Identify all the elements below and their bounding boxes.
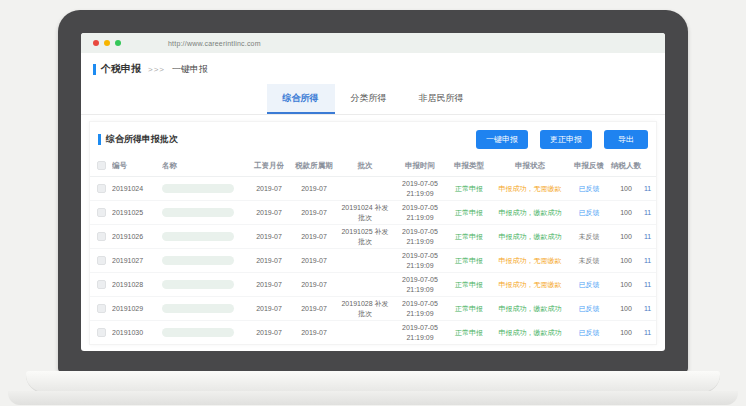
cell-feedback-link[interactable]: 已反馈 <box>570 328 608 337</box>
cell-declare-type: 正常申报 <box>448 208 490 217</box>
maximize-traffic-light-icon[interactable] <box>115 40 121 46</box>
browser-bar: http://www.careerintlinc.com <box>81 33 665 53</box>
row-checkbox[interactable] <box>97 328 106 337</box>
breadcrumb-current: 一键申报 <box>172 63 208 76</box>
row-checkbox[interactable] <box>97 280 106 289</box>
table-row: 20191030 2019-07 2019-07 2019-07-05 21:1… <box>90 321 656 345</box>
cell-clipped-value: 11 <box>644 280 656 289</box>
name-placeholder <box>162 328 234 337</box>
tab-comprehensive-income[interactable]: 综合所得 <box>267 84 335 114</box>
declaration-batch-panel: 综合所得申报批次 一键申报 更正申报 导出 编号 名称 工资月份 <box>89 121 657 345</box>
col-header-status: 申报状态 <box>490 161 570 171</box>
cell-taxpayer-count: 100 <box>608 328 644 337</box>
col-header-tax-period: 税款所属期 <box>290 161 338 171</box>
laptop-base <box>26 371 720 393</box>
row-checkbox[interactable] <box>97 304 106 313</box>
export-button[interactable]: 导出 <box>604 130 648 149</box>
breadcrumb-separator: >>> <box>148 65 165 74</box>
close-traffic-light-icon[interactable] <box>93 40 99 46</box>
cell-taxpayer-count: 100 <box>608 208 644 217</box>
row-checkbox[interactable] <box>97 208 106 217</box>
address-bar[interactable]: http://www.careerintlinc.com <box>168 40 261 47</box>
cell-salary-month: 2019-07 <box>248 208 290 217</box>
tab-classified-income[interactable]: 分类所得 <box>335 84 403 114</box>
cell-batch-id: 20191027 <box>112 256 162 265</box>
cell-feedback-link[interactable]: 已反馈 <box>570 280 608 289</box>
name-placeholder <box>162 256 234 265</box>
cell-status: 申报成功，缴款成功 <box>490 328 570 337</box>
cell-feedback-link: 未反馈 <box>570 256 608 265</box>
declaration-batch-table: 编号 名称 工资月份 税款所属期 批次 申报时间 申报类型 申报状态 申报反馈 … <box>90 155 656 345</box>
cell-tax-period: 2019-07 <box>290 184 338 193</box>
cell-batch-id: 20191026 <box>112 232 162 241</box>
breadcrumb: 个税申报 >>> 一键申报 <box>81 53 665 82</box>
cell-batch: 20191025 补发批次 <box>338 227 392 245</box>
cell-batch-id: 20191025 <box>112 208 162 217</box>
cell-feedback-link[interactable]: 已反馈 <box>570 184 608 193</box>
col-header-id: 编号 <box>112 161 162 171</box>
cell-tax-period: 2019-07 <box>290 304 338 313</box>
cell-salary-month: 2019-07 <box>248 232 290 241</box>
correction-declare-button[interactable]: 更正申报 <box>540 130 592 149</box>
cell-batch: 20191024 补发批次 <box>338 203 392 221</box>
cell-feedback-link[interactable]: 已反馈 <box>570 304 608 313</box>
cell-status: 申报成功，缴款成功 <box>490 232 570 241</box>
table-row: 20191028 2019-07 2019-07 2019-07-05 21:1… <box>90 273 656 297</box>
tab-nonresident-income[interactable]: 非居民所得 <box>403 84 480 114</box>
cell-declare-time: 2019-07-05 21:19:09 <box>392 227 448 245</box>
minimize-traffic-light-icon[interactable] <box>104 40 110 46</box>
select-all-checkbox[interactable] <box>97 161 106 170</box>
cell-declare-time: 2019-07-05 21:19:09 <box>392 251 448 269</box>
cell-clipped-value: 11 <box>644 184 656 193</box>
cell-declare-type: 正常申报 <box>448 184 490 193</box>
cell-tax-period: 2019-07 <box>290 208 338 217</box>
cell-declare-type: 正常申报 <box>448 256 490 265</box>
table-row: 20191024 2019-07 2019-07 2019-07-05 21:1… <box>90 177 656 201</box>
col-header-salary-month: 工资月份 <box>248 161 290 171</box>
cell-salary-month: 2019-07 <box>248 280 290 289</box>
cell-clipped-value: 11 <box>644 328 656 337</box>
laptop-base-edge <box>8 391 738 405</box>
cell-declare-type: 正常申报 <box>448 304 490 313</box>
cell-batch: 20191028 补发批次 <box>338 299 392 317</box>
cell-declare-time: 2019-07-05 21:19:09 <box>392 179 448 197</box>
one-click-declare-button[interactable]: 一键申报 <box>476 130 528 149</box>
panel-actions: 一键申报 更正申报 导出 <box>476 130 648 149</box>
laptop-mockup-scene: http://www.careerintlinc.com 个税申报 >>> 一键… <box>0 0 746 406</box>
cell-taxpayer-count: 100 <box>608 232 644 241</box>
cell-tax-period: 2019-07 <box>290 232 338 241</box>
row-checkbox[interactable] <box>97 184 106 193</box>
row-checkbox[interactable] <box>97 232 106 241</box>
cell-salary-month: 2019-07 <box>248 328 290 337</box>
cell-status: 申报成功，缴款成功 <box>490 208 570 217</box>
cell-status: 申报成功，无需缴款 <box>490 256 570 265</box>
cell-declare-time: 2019-07-05 21:19:09 <box>392 299 448 317</box>
cell-status: 申报成功，无需缴款 <box>490 184 570 193</box>
cell-taxpayer-count: 100 <box>608 304 644 313</box>
section-accent-bar <box>93 64 96 75</box>
col-header-batch: 批次 <box>338 161 392 171</box>
col-header-declare-type: 申报类型 <box>448 161 490 171</box>
name-placeholder <box>162 208 234 217</box>
cell-tax-period: 2019-07 <box>290 328 338 337</box>
cell-batch-id: 20191029 <box>112 304 162 313</box>
table-row: 20191025 2019-07 2019-07 20191024 补发批次 2… <box>90 201 656 225</box>
cell-feedback-link[interactable]: 已反馈 <box>570 208 608 217</box>
panel-accent-bar <box>98 134 101 145</box>
row-checkbox[interactable] <box>97 256 106 265</box>
cell-salary-month: 2019-07 <box>248 256 290 265</box>
panel-title: 综合所得申报批次 <box>106 133 178 146</box>
cell-declare-type: 正常申报 <box>448 280 490 289</box>
cell-declare-type: 正常申报 <box>448 232 490 241</box>
name-placeholder <box>162 280 234 289</box>
cell-batch-id: 20191024 <box>112 184 162 193</box>
cell-clipped-value: 11 <box>644 232 656 241</box>
cell-taxpayer-count: 100 <box>608 280 644 289</box>
col-header-taxpayer-count: 纳税人数 <box>608 161 644 171</box>
cell-taxpayer-count: 100 <box>608 184 644 193</box>
cell-status: 申报成功，缴款成功 <box>490 304 570 313</box>
breadcrumb-section: 个税申报 <box>101 62 141 76</box>
panel-header: 综合所得申报批次 一键申报 更正申报 导出 <box>90 122 656 155</box>
table-row: 20191027 2019-07 2019-07 2019-07-05 21:1… <box>90 249 656 273</box>
laptop-frame: http://www.careerintlinc.com 个税申报 >>> 一键… <box>58 10 688 372</box>
